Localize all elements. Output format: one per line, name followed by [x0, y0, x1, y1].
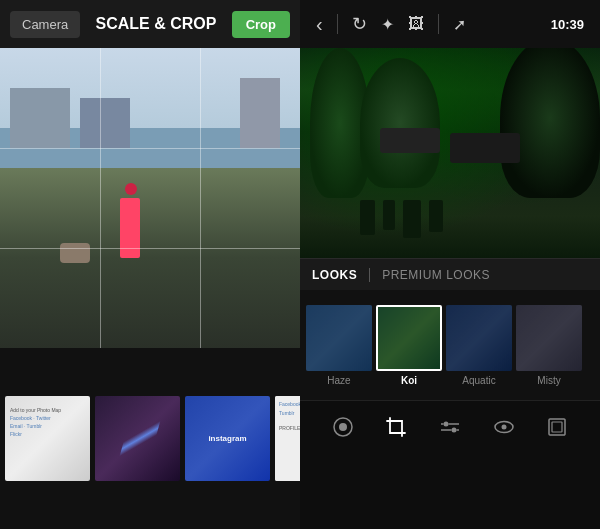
main-image	[300, 48, 600, 258]
tree-2	[360, 58, 440, 188]
frame-icon[interactable]	[546, 416, 568, 438]
filter-thumb-haze	[306, 305, 372, 371]
dog-figure	[60, 243, 90, 263]
svg-point-9	[501, 424, 506, 429]
filter-label-koi: Koi	[401, 375, 417, 386]
camera-button[interactable]: Camera	[10, 11, 80, 38]
header-left-icons: ‹ ↻ ✦ 🖼 ➚	[316, 13, 466, 36]
svg-point-3	[451, 427, 456, 432]
thumbnail-2[interactable]	[95, 396, 180, 481]
car-1	[380, 128, 440, 153]
building-3	[240, 78, 280, 148]
back-icon[interactable]: ‹	[316, 13, 323, 36]
scale-crop-title: SCALE & CROP	[88, 15, 223, 33]
left-header: Camera SCALE & CROP Crop	[0, 0, 300, 48]
wand-icon[interactable]: ✦	[381, 15, 394, 34]
filter-thumb-misty	[516, 305, 582, 371]
svg-rect-11	[552, 422, 562, 432]
scene-ground	[0, 168, 300, 348]
thumb-1-content: Add to your Photo Map Facebook · Twitter…	[10, 406, 61, 438]
building-1	[10, 88, 70, 148]
tree-3	[500, 48, 600, 198]
crop-toolbar-icon[interactable]	[385, 416, 407, 438]
filter-label-haze: Haze	[327, 375, 350, 386]
share-icon[interactable]: ➚	[453, 15, 466, 34]
undo-icon[interactable]: ↻	[352, 13, 367, 35]
looks-bar: LOOKS PREMIUM LOOKS	[300, 258, 600, 290]
left-panel: Camera SCALE & CROP Crop Add to your Pho…	[0, 0, 300, 529]
filter-label-aquatic: Aquatic	[462, 375, 495, 386]
thumbnails-row: Add to your Photo Map Facebook · Twitter…	[0, 348, 300, 529]
image-icon[interactable]: 🖼	[408, 15, 424, 33]
eye-icon[interactable]	[493, 416, 515, 438]
crop-area[interactable]	[0, 48, 300, 348]
svg-point-2	[443, 421, 448, 426]
thumbnail-3[interactable]: instagram	[185, 396, 270, 481]
svg-point-1	[339, 423, 347, 431]
filter-koi[interactable]: Koi	[376, 305, 442, 386]
people-group	[360, 200, 443, 238]
divider-2	[438, 14, 439, 34]
building-2	[80, 98, 130, 148]
right-panel: ‹ ↻ ✦ 🖼 ➚ 10:39 LOOKS	[300, 0, 600, 529]
divider-1	[337, 14, 338, 34]
sliders-icon[interactable]	[439, 416, 461, 438]
crop-button[interactable]: Crop	[232, 11, 290, 38]
filter-label-misty: Misty	[537, 375, 560, 386]
adjust-icon[interactable]	[332, 416, 354, 438]
filter-aquatic[interactable]: Aquatic	[446, 305, 512, 386]
filter-row: Haze Koi Aquatic Misty	[300, 290, 600, 400]
filter-haze[interactable]: Haze	[306, 305, 372, 386]
thumbnail-1[interactable]: Add to your Photo Map Facebook · Twitter…	[5, 396, 90, 481]
time-display: 10:39	[551, 17, 584, 32]
person-figure	[120, 198, 140, 258]
looks-label: LOOKS	[312, 268, 357, 282]
premium-looks-label: PREMIUM LOOKS	[382, 268, 490, 282]
bottom-toolbar	[300, 400, 600, 452]
filter-misty[interactable]: Misty	[516, 305, 582, 386]
thumbnail-4[interactable]: Facebook Tumblr PROFILE	[275, 396, 300, 481]
right-header: ‹ ↻ ✦ 🖼 ➚ 10:39	[300, 0, 600, 48]
filter-thumb-aquatic	[446, 305, 512, 371]
looks-divider	[369, 268, 370, 282]
car-2	[450, 133, 520, 163]
filter-thumb-koi	[376, 305, 442, 371]
main-image-area	[300, 48, 600, 258]
